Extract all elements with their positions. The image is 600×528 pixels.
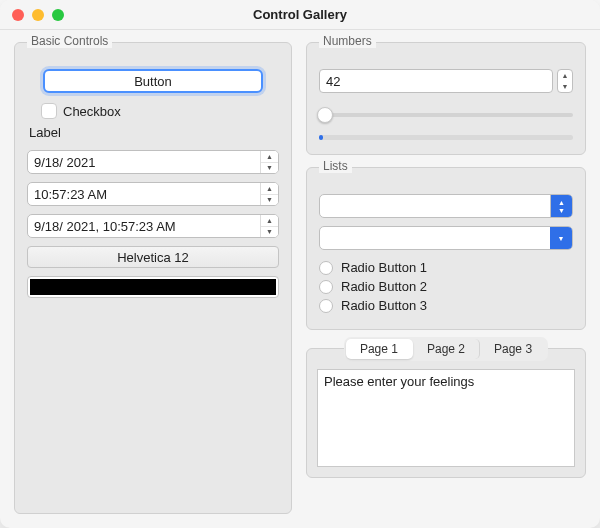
combobox-value[interactable] — [320, 195, 550, 217]
number-spinbox[interactable]: 42 ▲ ▼ — [319, 69, 573, 93]
editable-combobox[interactable]: ▼ — [319, 226, 573, 250]
time-stepper[interactable]: ▲ ▼ — [260, 183, 278, 205]
chevron-up-icon[interactable]: ▲ — [261, 151, 278, 163]
radio-icon[interactable] — [319, 299, 333, 313]
traffic-lights — [12, 9, 64, 21]
time-picker[interactable]: 10:57:23 AM ▲ ▼ — [27, 182, 279, 206]
datetime-picker[interactable]: 9/18/ 2021, 10:57:23 AM ▲ ▼ — [27, 214, 279, 238]
zoom-icon[interactable] — [52, 9, 64, 21]
radio-icon[interactable] — [319, 280, 333, 294]
slider[interactable] — [319, 107, 573, 123]
radio-icon[interactable] — [319, 261, 333, 275]
time-value[interactable]: 10:57:23 AM — [28, 183, 260, 205]
chevron-down-icon[interactable]: ▼ — [261, 163, 278, 174]
group-basic-controls: Basic Controls Button Checkbox Label 9/1… — [14, 42, 292, 514]
color-swatch — [30, 279, 276, 295]
feelings-entry[interactable]: Please enter your feelings — [317, 369, 575, 467]
datetime-value[interactable]: 9/18/ 2021, 10:57:23 AM — [28, 215, 260, 237]
editable-value[interactable] — [320, 227, 550, 249]
radio-1[interactable]: Radio Button 1 — [319, 258, 573, 277]
combobox-arrow-icon[interactable]: ▲▼ — [550, 195, 572, 217]
radio-2[interactable]: Radio Button 2 — [319, 277, 573, 296]
legend-lists: Lists — [319, 159, 352, 173]
chevron-down-icon[interactable]: ▼ — [261, 227, 278, 238]
tab-bar: Page 1 Page 2 Page 3 — [317, 337, 575, 361]
minimize-icon[interactable] — [32, 9, 44, 21]
legend-numbers: Numbers — [319, 34, 376, 48]
legend-basic: Basic Controls — [27, 34, 112, 48]
radio-label: Radio Button 3 — [341, 298, 427, 313]
combobox[interactable]: ▲▼ — [319, 194, 573, 218]
static-label: Label — [27, 125, 279, 140]
popup-arrow-icon[interactable]: ▼ — [550, 227, 572, 249]
chevron-up-icon[interactable]: ▲ — [558, 70, 572, 81]
checkbox-box[interactable] — [41, 103, 57, 119]
radio-label: Radio Button 2 — [341, 279, 427, 294]
date-value[interactable]: 9/18/ 2021 — [28, 151, 260, 173]
date-picker[interactable]: 9/18/ 2021 ▲ ▼ — [27, 150, 279, 174]
sample-button-label: Button — [134, 74, 172, 89]
chevron-up-icon[interactable]: ▲ — [261, 215, 278, 227]
progress-fill — [319, 135, 323, 140]
tab-page-2[interactable]: Page 2 — [413, 339, 480, 359]
radio-3[interactable]: Radio Button 3 — [319, 296, 573, 315]
datetime-stepper[interactable]: ▲ ▼ — [260, 215, 278, 237]
radio-label: Radio Button 1 — [341, 260, 427, 275]
date-stepper[interactable]: ▲ ▼ — [260, 151, 278, 173]
tab-page-1[interactable]: Page 1 — [346, 339, 413, 359]
font-button[interactable]: Helvetica 12 — [27, 246, 279, 268]
chevron-up-icon[interactable]: ▲ — [261, 183, 278, 195]
content: Basic Controls Button Checkbox Label 9/1… — [0, 30, 600, 528]
checkbox-label: Checkbox — [63, 104, 121, 119]
font-button-label: Helvetica 12 — [117, 250, 189, 265]
window: Control Gallery Basic Controls Button Ch… — [0, 0, 600, 528]
window-title: Control Gallery — [253, 7, 347, 22]
slider-track — [319, 113, 573, 117]
spinbox-stepper[interactable]: ▲ ▼ — [557, 69, 573, 93]
checkbox-row[interactable]: Checkbox — [27, 103, 279, 119]
close-icon[interactable] — [12, 9, 24, 21]
tab-container: Page 1 Page 2 Page 3 Please enter your f… — [306, 348, 586, 478]
slider-thumb[interactable] — [317, 107, 333, 123]
group-numbers: Numbers 42 ▲ ▼ — [306, 42, 586, 155]
group-lists: Lists ▲▼ ▼ Radio Button 1 — [306, 167, 586, 330]
spinbox-value[interactable]: 42 — [319, 69, 553, 93]
chevron-down-icon[interactable]: ▼ — [558, 81, 572, 92]
chevron-down-icon[interactable]: ▼ — [261, 195, 278, 206]
color-well[interactable] — [27, 276, 279, 298]
titlebar: Control Gallery — [0, 0, 600, 30]
sample-button[interactable]: Button — [43, 69, 263, 93]
progress-bar — [319, 135, 573, 140]
tab-page-3[interactable]: Page 3 — [480, 339, 546, 359]
